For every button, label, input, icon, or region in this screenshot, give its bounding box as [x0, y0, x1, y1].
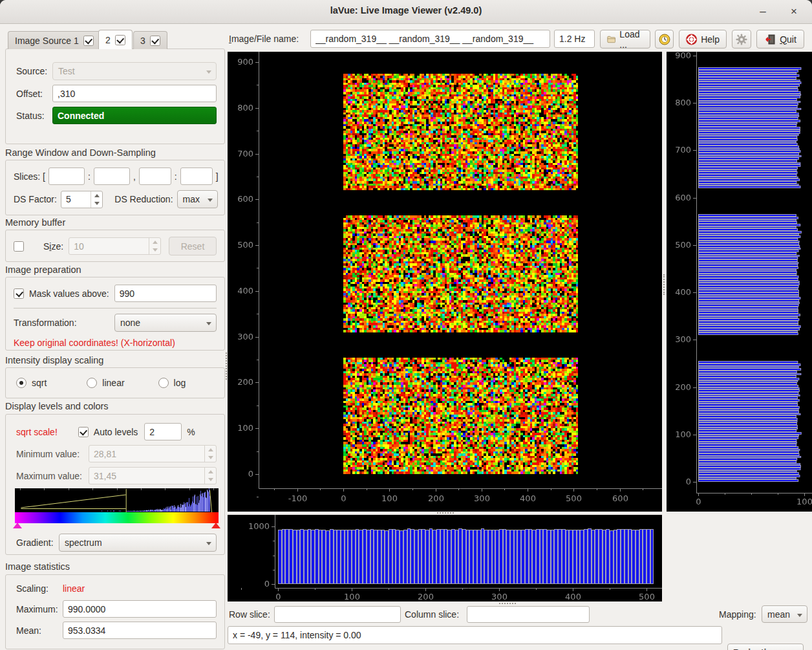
- divider: [14, 308, 217, 309]
- statistics-panel: Scaling: linear Maximum: Mean:: [5, 574, 225, 649]
- load-button-label: Load ...: [619, 29, 643, 50]
- section-title-statistics: Image statistics: [5, 561, 70, 572]
- stepper-arrows-icon: [149, 238, 160, 254]
- source-select[interactable]: Test: [52, 62, 217, 80]
- tab-1-checkbox[interactable]: [83, 36, 94, 46]
- sqrt-radio[interactable]: [16, 378, 27, 388]
- slice-stop-2-field[interactable]: [180, 168, 213, 185]
- tab-image-source-1[interactable]: Image Source 1: [8, 31, 101, 49]
- column-slice-field[interactable]: [467, 606, 590, 623]
- ds-factor-value: 5: [66, 194, 71, 204]
- size-value: 10: [74, 241, 84, 252]
- offset-field[interactable]: [52, 85, 217, 102]
- mapping-label: Mapping:: [719, 609, 756, 620]
- column-projection-plot[interactable]: [228, 515, 662, 601]
- ds-factor-stepper[interactable]: 5: [61, 191, 103, 208]
- stepper-arrows-icon: [204, 468, 216, 484]
- column-projection-canvas[interactable]: [228, 515, 662, 601]
- quit-button[interactable]: Quit: [756, 30, 804, 49]
- folder-icon: [607, 35, 615, 44]
- max-level-handle-icon[interactable]: [211, 523, 220, 528]
- auto-levels-field[interactable]: [144, 423, 182, 440]
- file-name-field[interactable]: [310, 30, 550, 48]
- projections-label: Projections: [733, 647, 782, 650]
- tab-2-checkbox[interactable]: [115, 35, 125, 45]
- offset-label: Offset:: [16, 89, 52, 99]
- minimize-button[interactable]: –: [754, 3, 772, 20]
- min-level-handle-icon[interactable]: [13, 523, 22, 528]
- tab-image-source-2[interactable]: 2: [98, 30, 133, 49]
- size-stepper[interactable]: 10: [69, 237, 161, 255]
- percent-label: %: [187, 427, 195, 437]
- tab-3-label: 3: [140, 36, 145, 46]
- minimum-value: 28,81: [94, 449, 116, 459]
- ds-reduction-select[interactable]: max: [177, 190, 218, 208]
- mask-values-checkbox[interactable]: [14, 288, 24, 299]
- settings-button[interactable]: [732, 30, 751, 49]
- row-slice-field[interactable]: [274, 606, 401, 623]
- slice-start-2-field[interactable]: [139, 168, 171, 185]
- slice-start-1-field[interactable]: [48, 168, 85, 185]
- tab-3-checkbox[interactable]: [150, 36, 160, 46]
- mapping-select[interactable]: mean: [762, 605, 807, 623]
- gear-icon: [736, 34, 747, 45]
- source-panel: Source: Test Offset: Status: Connected: [5, 49, 225, 144]
- mask-values-label: Mask values above:: [29, 288, 109, 299]
- chevron-down-icon: [206, 70, 211, 74]
- bottom-panel-splitter[interactable]: [437, 512, 454, 514]
- source-label: Source:: [16, 66, 52, 76]
- controls-splitter[interactable]: [499, 603, 516, 604]
- main-image-canvas[interactable]: [228, 52, 662, 512]
- filters-button[interactable]: [655, 30, 674, 49]
- app-window: laVue: Live Image Viewer (v2.49.0) – × I…: [0, 0, 812, 650]
- maximum-value-stepper[interactable]: 31,45: [89, 467, 217, 484]
- minimum-value-stepper[interactable]: 28,81: [89, 445, 217, 462]
- right-panel-splitter[interactable]: [663, 274, 665, 295]
- tab-1-label: Image Source 1: [15, 36, 79, 46]
- linear-radio[interactable]: [87, 378, 97, 388]
- range-panel: Slices: [ : , : ] DS Factor: 5 DS Reduct…: [5, 160, 225, 215]
- close-button[interactable]: ×: [785, 3, 803, 20]
- main-image-plot[interactable]: [228, 52, 662, 512]
- stepper-arrows-icon: [204, 446, 216, 462]
- levels-histogram-widget[interactable]: [15, 488, 219, 523]
- status-label: Status:: [16, 111, 52, 121]
- levels-panel: sqrt scale! Auto levels % Minimum value:…: [5, 414, 225, 555]
- mask-values-field[interactable]: [114, 285, 217, 302]
- lifebuoy-icon: [686, 34, 697, 45]
- row-projection-plot[interactable]: [667, 52, 812, 512]
- column-slice-label: Column slice:: [405, 609, 459, 620]
- load-button[interactable]: Load ...: [600, 30, 650, 49]
- status-badge: Connected: [52, 107, 217, 124]
- stepper-arrows-icon[interactable]: [91, 191, 102, 208]
- auto-levels-checkbox[interactable]: [78, 427, 89, 437]
- file-name-label: Image/File name:: [229, 34, 299, 44]
- slices-comma: ,: [133, 171, 136, 182]
- slice-stop-1-field[interactable]: [94, 168, 130, 185]
- tab-image-source-3[interactable]: 3: [133, 31, 167, 49]
- reset-button[interactable]: Reset: [169, 237, 217, 255]
- sidebar-splitter[interactable]: [226, 352, 227, 380]
- gradient-value: spectrum: [65, 537, 102, 548]
- stat-mean-field[interactable]: [63, 622, 217, 639]
- projections-select[interactable]: Projections: [727, 644, 804, 650]
- gradient-bar[interactable]: [15, 512, 219, 523]
- stat-mean-label: Mean:: [16, 625, 63, 636]
- levels-histogram-canvas[interactable]: [15, 488, 219, 512]
- log-radio[interactable]: [158, 378, 169, 388]
- exit-door-icon: [764, 34, 776, 45]
- section-title-intensity: Intensity display scaling: [5, 355, 103, 365]
- ds-factor-label: DS Factor:: [14, 194, 57, 204]
- slices-label: Slices: [: [14, 171, 45, 182]
- sqrt-scale-note: sqrt scale!: [16, 427, 58, 437]
- transformation-select[interactable]: none: [114, 314, 217, 332]
- gradient-select[interactable]: spectrum: [59, 534, 217, 552]
- stat-maximum-field[interactable]: [63, 600, 217, 618]
- refresh-rate-field[interactable]: [554, 30, 595, 48]
- help-button[interactable]: Help: [679, 30, 727, 49]
- quit-button-label: Quit: [780, 34, 796, 45]
- memory-buffer-checkbox[interactable]: [14, 241, 24, 252]
- minimum-value-label: Minimum value:: [16, 449, 89, 459]
- row-projection-canvas[interactable]: [667, 52, 812, 512]
- auto-levels-label: Auto levels: [94, 427, 138, 437]
